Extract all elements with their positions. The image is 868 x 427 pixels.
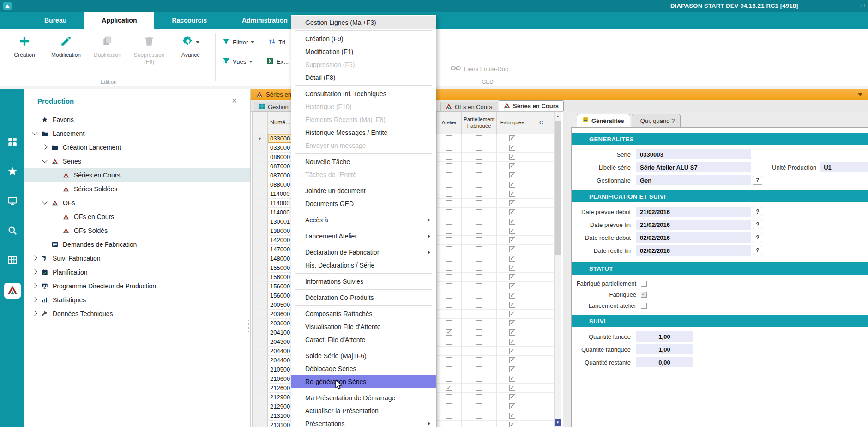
context-menu-item[interactable] bbox=[295, 244, 432, 244]
partiellement-checkbox[interactable] bbox=[476, 385, 482, 391]
ribbon-button[interactable]: Création bbox=[4, 29, 45, 66]
row-gutter[interactable] bbox=[253, 152, 268, 162]
context-menu-item[interactable] bbox=[295, 153, 432, 154]
ribbon-button[interactable]: Duplication bbox=[87, 29, 128, 66]
help-button[interactable]: ? bbox=[753, 233, 762, 242]
row-gutter[interactable] bbox=[253, 374, 268, 384]
context-menu-item[interactable]: Historique (F10) bbox=[291, 100, 436, 113]
menu-tab[interactable]: Bureau bbox=[27, 12, 84, 29]
date-field[interactable]: 02/02/2016 bbox=[636, 245, 751, 256]
cell-fabriquee[interactable] bbox=[497, 199, 528, 208]
atelier-checkbox[interactable] bbox=[446, 302, 452, 308]
date-field[interactable]: 21/02/2016 bbox=[636, 220, 751, 230]
module-strip-button[interactable] bbox=[4, 224, 21, 239]
cell-cut[interactable] bbox=[528, 226, 554, 236]
context-menu-item[interactable]: Lancement Atelier bbox=[291, 230, 436, 243]
scroll-down-icon[interactable]: ▼ bbox=[555, 419, 561, 426]
row-gutter[interactable] bbox=[253, 180, 268, 189]
module-strip-button[interactable] bbox=[4, 194, 21, 210]
partiellement-checkbox[interactable] bbox=[476, 366, 482, 372]
partiellement-checkbox[interactable] bbox=[476, 172, 482, 178]
cell-atelier[interactable] bbox=[437, 162, 462, 171]
atelier-checkbox[interactable] bbox=[446, 422, 452, 427]
atelier-checkbox[interactable] bbox=[446, 237, 452, 243]
cell-atelier[interactable] bbox=[437, 310, 462, 319]
context-menu-item[interactable] bbox=[295, 305, 432, 306]
cell-cut[interactable] bbox=[528, 245, 554, 254]
cell-partiellement[interactable] bbox=[462, 421, 497, 427]
cell-atelier[interactable] bbox=[437, 254, 462, 263]
atelier-checkbox[interactable] bbox=[446, 366, 452, 372]
quantite-field[interactable]: 1,00 bbox=[636, 331, 693, 342]
partiellement-checkbox[interactable] bbox=[476, 357, 482, 363]
cell-cut[interactable] bbox=[528, 310, 554, 319]
cell-fabriquee[interactable] bbox=[497, 282, 528, 291]
cell-atelier[interactable] bbox=[437, 263, 462, 273]
context-menu-item[interactable]: Visualisation File d'Attente bbox=[291, 320, 436, 333]
scrollbar-thumb[interactable] bbox=[555, 121, 561, 255]
fabriquee-checkbox[interactable] bbox=[509, 357, 515, 363]
cell-partiellement[interactable] bbox=[462, 300, 497, 310]
fabriquee-checkbox[interactable] bbox=[509, 172, 515, 178]
cell-partiellement[interactable] bbox=[462, 180, 497, 189]
cell-fabriquee[interactable] bbox=[497, 171, 528, 180]
chevron-down-icon[interactable] bbox=[858, 93, 862, 96]
tri-button[interactable]: Tri bbox=[278, 39, 285, 46]
cell-cut[interactable] bbox=[528, 337, 554, 347]
column-header-partiellement[interactable]: Partiellement Fabriquée bbox=[462, 112, 497, 134]
fabriquee-checkbox[interactable] bbox=[509, 394, 515, 400]
atelier-checkbox[interactable] bbox=[446, 357, 452, 363]
document-tab[interactable]: OFs en Cours bbox=[440, 102, 497, 111]
row-gutter[interactable] bbox=[253, 328, 268, 337]
cell-partiellement[interactable] bbox=[462, 134, 497, 143]
cell-fabriquee[interactable] bbox=[497, 411, 528, 421]
cell-atelier[interactable] bbox=[437, 208, 462, 217]
row-gutter[interactable] bbox=[253, 384, 268, 393]
cell-partiellement[interactable] bbox=[462, 411, 497, 421]
partiellement-checkbox[interactable] bbox=[476, 246, 482, 252]
cell-fabriquee[interactable] bbox=[497, 291, 528, 300]
statut-checkbox[interactable] bbox=[641, 292, 647, 298]
cell-atelier[interactable] bbox=[437, 171, 462, 180]
cell-cut[interactable] bbox=[528, 199, 554, 208]
cell-partiellement[interactable] bbox=[462, 254, 497, 263]
cell-atelier[interactable] bbox=[437, 152, 462, 162]
cell-partiellement[interactable] bbox=[462, 273, 497, 282]
cell-fabriquee[interactable] bbox=[497, 319, 528, 328]
tree-item[interactable]: Séries en Cours bbox=[24, 168, 250, 182]
atelier-checkbox[interactable] bbox=[446, 154, 452, 160]
module-strip-button[interactable] bbox=[4, 253, 21, 269]
statut-checkbox[interactable] bbox=[641, 281, 647, 287]
libelle-field[interactable]: Série Atelier ALU S7 bbox=[636, 162, 751, 172]
context-menu-item[interactable] bbox=[295, 289, 432, 290]
cell-atelier[interactable] bbox=[437, 282, 462, 291]
cell-partiellement[interactable] bbox=[462, 402, 497, 411]
context-menu-item[interactable] bbox=[295, 348, 432, 348]
ribbon-button[interactable]: Avancé bbox=[170, 29, 211, 66]
cell-atelier[interactable] bbox=[437, 347, 462, 356]
cell-cut[interactable] bbox=[528, 374, 554, 384]
row-gutter[interactable] bbox=[253, 282, 268, 291]
fabriquee-checkbox[interactable] bbox=[509, 228, 515, 234]
tree-item[interactable]: Création Lancement bbox=[24, 140, 250, 154]
atelier-checkbox[interactable] bbox=[446, 283, 452, 289]
document-tab[interactable]: Gestion bbox=[254, 102, 294, 111]
cell-atelier[interactable] bbox=[437, 236, 462, 245]
tree-item[interactable]: OFs Soldés bbox=[24, 224, 250, 238]
partiellement-checkbox[interactable] bbox=[476, 422, 482, 427]
gestionnaire-field[interactable]: Gen bbox=[636, 175, 751, 185]
row-gutter[interactable] bbox=[253, 337, 268, 347]
cell-partiellement[interactable] bbox=[462, 374, 497, 384]
cell-cut[interactable] bbox=[528, 171, 554, 180]
partiellement-checkbox[interactable] bbox=[476, 265, 482, 271]
cell-fabriquee[interactable] bbox=[497, 134, 528, 143]
fabriquee-checkbox[interactable] bbox=[509, 145, 515, 151]
row-gutter[interactable] bbox=[253, 134, 268, 143]
filtrer-button[interactable]: Filtrer bbox=[233, 39, 248, 46]
context-menu-item[interactable]: Modification (F1) bbox=[291, 45, 436, 58]
cell-partiellement[interactable] bbox=[462, 152, 497, 162]
fabriquee-checkbox[interactable] bbox=[509, 403, 515, 409]
fabriquee-checkbox[interactable] bbox=[509, 135, 515, 141]
cell-atelier[interactable] bbox=[437, 319, 462, 328]
context-menu-item[interactable]: Détail (F8) bbox=[291, 71, 436, 84]
